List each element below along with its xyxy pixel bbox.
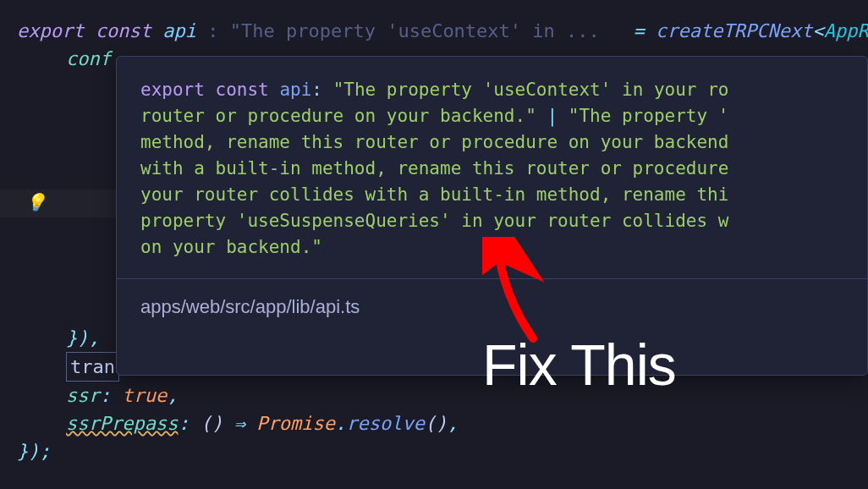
code-line-ssrprepass[interactable]: ssrPrepass: () ⇒ Promise.resolve(), (17, 409, 868, 437)
lightbulb-icon[interactable]: 💡 (25, 190, 42, 206)
annotation-text: Fix This (482, 321, 676, 408)
code-line-ssr[interactable]: ssr: true, (17, 382, 868, 409)
code-line-1[interactable]: export const api : "The property 'useCon… (17, 17, 868, 45)
code-line-close[interactable]: }); (17, 437, 868, 465)
inline-type-hint: : "The property 'useContext' in ... (207, 20, 600, 41)
tooltip-signature: export const api: "The property 'useCont… (140, 77, 843, 261)
autocomplete-fragment: tran (66, 352, 119, 382)
